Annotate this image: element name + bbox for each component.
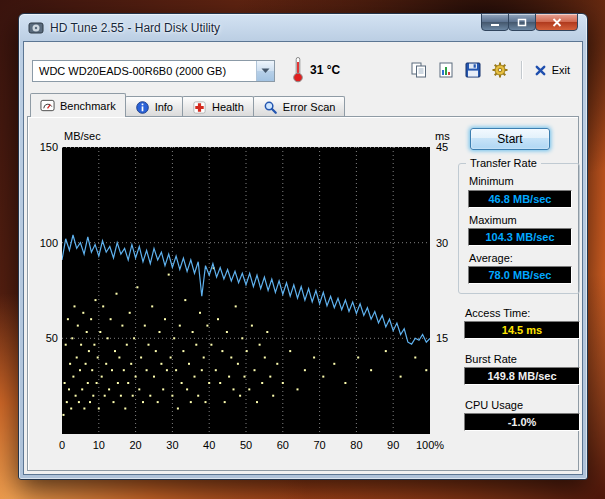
exit-label: Exit — [552, 64, 570, 76]
y-left-axis-unit: MB/sec — [64, 130, 101, 142]
x-tick: 100% — [414, 439, 446, 451]
tab-health[interactable]: Health — [182, 96, 254, 117]
tab-info-label: Info — [155, 101, 173, 113]
x-tick: 60 — [267, 439, 299, 451]
tab-error-scan[interactable]: Error Scan — [253, 96, 346, 117]
health-icon — [192, 100, 207, 115]
cpu-usage-label: CPU Usage — [465, 399, 523, 411]
minimize-icon — [490, 18, 500, 27]
x-tick: 10 — [83, 439, 115, 451]
maximum-value: 104.3 MB/sec — [468, 228, 572, 246]
average-value: 78.0 MB/sec — [468, 266, 572, 284]
window-controls — [482, 13, 578, 31]
exit-button[interactable]: Exit — [534, 64, 570, 77]
y-left-tick: 100 — [31, 237, 58, 249]
copy-screenshot-button[interactable] — [437, 61, 456, 80]
app-icon — [28, 20, 44, 36]
access-time-label: Access Time: — [465, 307, 530, 319]
save-icon — [464, 61, 482, 79]
average-label: Average: — [469, 252, 513, 264]
drive-select[interactable]: WDC WD20EADS-00R6B0 (2000 GB) — [32, 60, 275, 82]
access-time-value: 14.5 ms — [464, 321, 580, 339]
thermometer-icon — [292, 56, 304, 83]
start-button[interactable]: Start — [470, 128, 550, 150]
tab-info[interactable]: Info — [125, 96, 183, 117]
x-tick: 30 — [156, 439, 188, 451]
y-right-tick: 45 — [436, 141, 448, 153]
info-icon — [135, 100, 150, 115]
benchmark-icon — [40, 98, 55, 113]
magnifier-icon — [263, 100, 278, 115]
toolbar: Exit — [410, 59, 570, 81]
save-button[interactable] — [464, 61, 483, 80]
drive-select-dropdown-button[interactable] — [256, 61, 274, 81]
client-area: WDC WD20EADS-00R6B0 (2000 GB) 31 °C — [23, 41, 583, 475]
copy-image-icon — [437, 61, 455, 79]
toolbar-separator — [521, 61, 523, 79]
titlebar[interactable]: HD Tune 2.55 - Hard Disk Utility — [19, 14, 587, 41]
x-tick: 70 — [304, 439, 336, 451]
y-left-tick: 150 — [31, 141, 58, 153]
benchmark-chart — [62, 147, 430, 434]
x-tick: 20 — [120, 439, 152, 451]
minimum-label: Minimum — [469, 175, 514, 187]
options-button[interactable] — [491, 61, 510, 80]
close-icon — [552, 18, 562, 27]
maximize-icon — [517, 18, 527, 27]
copy-button[interactable] — [410, 61, 429, 80]
close-button[interactable] — [535, 13, 578, 31]
copy-icon — [410, 61, 428, 79]
transfer-rate-group-title: Transfer Rate — [466, 157, 541, 169]
minimum-value: 46.8 MB/sec — [468, 190, 572, 208]
y-left-tick: 50 — [31, 332, 58, 344]
y-right-axis-unit: ms — [435, 130, 450, 142]
x-tick: 50 — [230, 439, 262, 451]
exit-icon — [534, 64, 547, 77]
drive-select-value: WDC WD20EADS-00R6B0 (2000 GB) — [33, 65, 256, 77]
options-icon — [491, 61, 509, 79]
x-tick: 0 — [46, 439, 78, 451]
tab-benchmark-label: Benchmark — [60, 100, 116, 112]
tab-bar: Benchmark Info Health — [30, 93, 344, 117]
y-right-tick: 30 — [436, 237, 448, 249]
window-title: HD Tune 2.55 - Hard Disk Utility — [50, 21, 220, 35]
temperature-value: 31 °C — [310, 63, 340, 77]
tab-benchmark[interactable]: Benchmark — [30, 93, 126, 117]
tab-error-scan-label: Error Scan — [283, 101, 336, 113]
burst-rate-value: 149.8 MB/sec — [464, 367, 580, 385]
maximize-button[interactable] — [508, 13, 536, 31]
app-window: HD Tune 2.55 - Hard Disk Utility WDC WD2… — [18, 13, 588, 480]
y-right-tick: 15 — [436, 332, 448, 344]
cpu-usage-value: -1.0% — [464, 413, 580, 431]
chevron-down-icon — [261, 68, 270, 74]
x-tick: 90 — [377, 439, 409, 451]
x-tick: 80 — [340, 439, 372, 451]
tab-health-label: Health — [212, 101, 244, 113]
burst-rate-label: Burst Rate — [465, 353, 517, 365]
benchmark-panel: MB/sec ms 150100504530150102030405060708… — [27, 116, 579, 471]
x-tick: 40 — [193, 439, 225, 451]
maximum-label: Maximum — [469, 214, 517, 226]
transfer-rate-group: Transfer Rate Minimum 46.8 MB/sec Maximu… — [458, 163, 580, 294]
start-button-label: Start — [497, 132, 522, 146]
minimize-button[interactable] — [481, 13, 509, 31]
desktop-background: HD Tune 2.55 - Hard Disk Utility WDC WD2… — [0, 0, 605, 499]
